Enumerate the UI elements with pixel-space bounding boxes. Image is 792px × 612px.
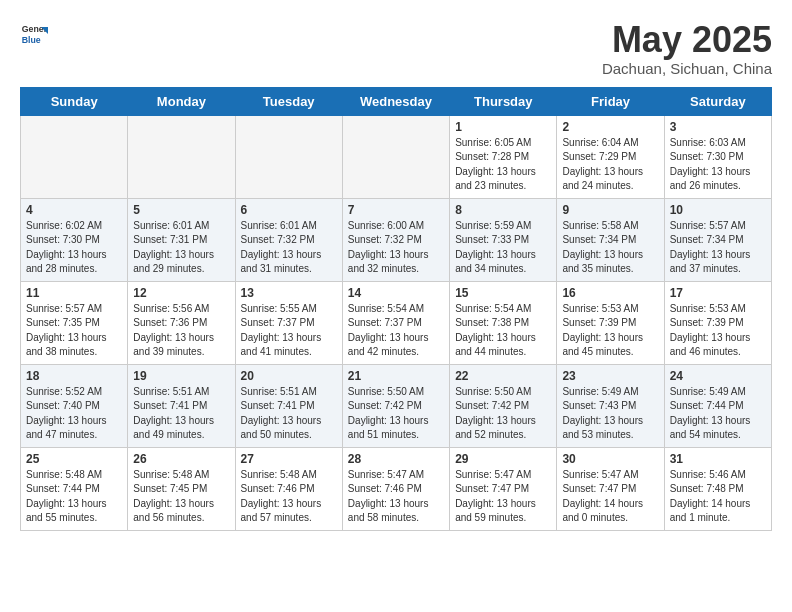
day-number: 16 <box>562 286 658 300</box>
day-info: Sunrise: 6:00 AM Sunset: 7:32 PM Dayligh… <box>348 219 444 277</box>
calendar-day-26: 26Sunrise: 5:48 AM Sunset: 7:45 PM Dayli… <box>128 447 235 530</box>
calendar-day-15: 15Sunrise: 5:54 AM Sunset: 7:38 PM Dayli… <box>450 281 557 364</box>
calendar-day-19: 19Sunrise: 5:51 AM Sunset: 7:41 PM Dayli… <box>128 364 235 447</box>
day-number: 21 <box>348 369 444 383</box>
calendar-day-27: 27Sunrise: 5:48 AM Sunset: 7:46 PM Dayli… <box>235 447 342 530</box>
page-header: General Blue May 2025 Dachuan, Sichuan, … <box>20 20 772 77</box>
day-info: Sunrise: 5:57 AM Sunset: 7:35 PM Dayligh… <box>26 302 122 360</box>
calendar-day-22: 22Sunrise: 5:50 AM Sunset: 7:42 PM Dayli… <box>450 364 557 447</box>
day-number: 22 <box>455 369 551 383</box>
day-number: 13 <box>241 286 337 300</box>
weekday-header-sunday: Sunday <box>21 87 128 115</box>
calendar-day-11: 11Sunrise: 5:57 AM Sunset: 7:35 PM Dayli… <box>21 281 128 364</box>
day-info: Sunrise: 6:04 AM Sunset: 7:29 PM Dayligh… <box>562 136 658 194</box>
calendar-day-18: 18Sunrise: 5:52 AM Sunset: 7:40 PM Dayli… <box>21 364 128 447</box>
calendar-day-7: 7Sunrise: 6:00 AM Sunset: 7:32 PM Daylig… <box>342 198 449 281</box>
calendar-day-2: 2Sunrise: 6:04 AM Sunset: 7:29 PM Daylig… <box>557 115 664 198</box>
calendar-day-30: 30Sunrise: 5:47 AM Sunset: 7:47 PM Dayli… <box>557 447 664 530</box>
day-info: Sunrise: 5:48 AM Sunset: 7:45 PM Dayligh… <box>133 468 229 526</box>
calendar-day-1: 1Sunrise: 6:05 AM Sunset: 7:28 PM Daylig… <box>450 115 557 198</box>
calendar-day-31: 31Sunrise: 5:46 AM Sunset: 7:48 PM Dayli… <box>664 447 771 530</box>
day-number: 24 <box>670 369 766 383</box>
day-number: 28 <box>348 452 444 466</box>
calendar-day-12: 12Sunrise: 5:56 AM Sunset: 7:36 PM Dayli… <box>128 281 235 364</box>
calendar-week-row: 18Sunrise: 5:52 AM Sunset: 7:40 PM Dayli… <box>21 364 772 447</box>
day-number: 15 <box>455 286 551 300</box>
calendar-day-29: 29Sunrise: 5:47 AM Sunset: 7:47 PM Dayli… <box>450 447 557 530</box>
day-info: Sunrise: 5:47 AM Sunset: 7:47 PM Dayligh… <box>562 468 658 526</box>
calendar-day-3: 3Sunrise: 6:03 AM Sunset: 7:30 PM Daylig… <box>664 115 771 198</box>
day-info: Sunrise: 5:48 AM Sunset: 7:44 PM Dayligh… <box>26 468 122 526</box>
weekday-header-saturday: Saturday <box>664 87 771 115</box>
calendar-day-8: 8Sunrise: 5:59 AM Sunset: 7:33 PM Daylig… <box>450 198 557 281</box>
day-info: Sunrise: 5:56 AM Sunset: 7:36 PM Dayligh… <box>133 302 229 360</box>
calendar-day-20: 20Sunrise: 5:51 AM Sunset: 7:41 PM Dayli… <box>235 364 342 447</box>
day-info: Sunrise: 5:50 AM Sunset: 7:42 PM Dayligh… <box>455 385 551 443</box>
calendar-day-28: 28Sunrise: 5:47 AM Sunset: 7:46 PM Dayli… <box>342 447 449 530</box>
logo: General Blue <box>20 20 48 48</box>
calendar-day-empty <box>342 115 449 198</box>
title-block: May 2025 Dachuan, Sichuan, China <box>602 20 772 77</box>
day-number: 31 <box>670 452 766 466</box>
weekday-header-monday: Monday <box>128 87 235 115</box>
day-info: Sunrise: 5:51 AM Sunset: 7:41 PM Dayligh… <box>133 385 229 443</box>
calendar-day-6: 6Sunrise: 6:01 AM Sunset: 7:32 PM Daylig… <box>235 198 342 281</box>
day-number: 23 <box>562 369 658 383</box>
calendar-day-25: 25Sunrise: 5:48 AM Sunset: 7:44 PM Dayli… <box>21 447 128 530</box>
day-number: 6 <box>241 203 337 217</box>
day-info: Sunrise: 5:53 AM Sunset: 7:39 PM Dayligh… <box>562 302 658 360</box>
day-number: 5 <box>133 203 229 217</box>
calendar-day-17: 17Sunrise: 5:53 AM Sunset: 7:39 PM Dayli… <box>664 281 771 364</box>
calendar-day-10: 10Sunrise: 5:57 AM Sunset: 7:34 PM Dayli… <box>664 198 771 281</box>
calendar-day-24: 24Sunrise: 5:49 AM Sunset: 7:44 PM Dayli… <box>664 364 771 447</box>
day-number: 1 <box>455 120 551 134</box>
day-info: Sunrise: 5:49 AM Sunset: 7:43 PM Dayligh… <box>562 385 658 443</box>
day-number: 29 <box>455 452 551 466</box>
day-info: Sunrise: 5:51 AM Sunset: 7:41 PM Dayligh… <box>241 385 337 443</box>
day-info: Sunrise: 5:49 AM Sunset: 7:44 PM Dayligh… <box>670 385 766 443</box>
day-number: 18 <box>26 369 122 383</box>
calendar-day-13: 13Sunrise: 5:55 AM Sunset: 7:37 PM Dayli… <box>235 281 342 364</box>
day-number: 9 <box>562 203 658 217</box>
calendar-day-empty <box>235 115 342 198</box>
logo-icon: General Blue <box>20 20 48 48</box>
calendar-week-row: 4Sunrise: 6:02 AM Sunset: 7:30 PM Daylig… <box>21 198 772 281</box>
day-number: 20 <box>241 369 337 383</box>
calendar-day-9: 9Sunrise: 5:58 AM Sunset: 7:34 PM Daylig… <box>557 198 664 281</box>
day-number: 25 <box>26 452 122 466</box>
day-info: Sunrise: 6:05 AM Sunset: 7:28 PM Dayligh… <box>455 136 551 194</box>
day-info: Sunrise: 5:53 AM Sunset: 7:39 PM Dayligh… <box>670 302 766 360</box>
location-subtitle: Dachuan, Sichuan, China <box>602 60 772 77</box>
month-year-title: May 2025 <box>602 20 772 60</box>
day-info: Sunrise: 6:01 AM Sunset: 7:31 PM Dayligh… <box>133 219 229 277</box>
day-number: 8 <box>455 203 551 217</box>
day-number: 12 <box>133 286 229 300</box>
day-info: Sunrise: 5:52 AM Sunset: 7:40 PM Dayligh… <box>26 385 122 443</box>
weekday-header-row: SundayMondayTuesdayWednesdayThursdayFrid… <box>21 87 772 115</box>
day-info: Sunrise: 6:02 AM Sunset: 7:30 PM Dayligh… <box>26 219 122 277</box>
calendar-week-row: 11Sunrise: 5:57 AM Sunset: 7:35 PM Dayli… <box>21 281 772 364</box>
day-number: 17 <box>670 286 766 300</box>
day-info: Sunrise: 5:47 AM Sunset: 7:46 PM Dayligh… <box>348 468 444 526</box>
calendar-day-5: 5Sunrise: 6:01 AM Sunset: 7:31 PM Daylig… <box>128 198 235 281</box>
day-number: 4 <box>26 203 122 217</box>
weekday-header-wednesday: Wednesday <box>342 87 449 115</box>
day-info: Sunrise: 5:47 AM Sunset: 7:47 PM Dayligh… <box>455 468 551 526</box>
day-number: 11 <box>26 286 122 300</box>
weekday-header-tuesday: Tuesday <box>235 87 342 115</box>
calendar-week-row: 25Sunrise: 5:48 AM Sunset: 7:44 PM Dayli… <box>21 447 772 530</box>
calendar-week-row: 1Sunrise: 6:05 AM Sunset: 7:28 PM Daylig… <box>21 115 772 198</box>
day-number: 26 <box>133 452 229 466</box>
day-number: 27 <box>241 452 337 466</box>
day-info: Sunrise: 6:01 AM Sunset: 7:32 PM Dayligh… <box>241 219 337 277</box>
calendar-day-14: 14Sunrise: 5:54 AM Sunset: 7:37 PM Dayli… <box>342 281 449 364</box>
svg-text:Blue: Blue <box>22 35 41 45</box>
calendar-day-23: 23Sunrise: 5:49 AM Sunset: 7:43 PM Dayli… <box>557 364 664 447</box>
calendar-day-empty <box>128 115 235 198</box>
calendar-day-21: 21Sunrise: 5:50 AM Sunset: 7:42 PM Dayli… <box>342 364 449 447</box>
day-info: Sunrise: 5:50 AM Sunset: 7:42 PM Dayligh… <box>348 385 444 443</box>
calendar-day-16: 16Sunrise: 5:53 AM Sunset: 7:39 PM Dayli… <box>557 281 664 364</box>
day-info: Sunrise: 5:54 AM Sunset: 7:38 PM Dayligh… <box>455 302 551 360</box>
day-number: 30 <box>562 452 658 466</box>
calendar-day-empty <box>21 115 128 198</box>
